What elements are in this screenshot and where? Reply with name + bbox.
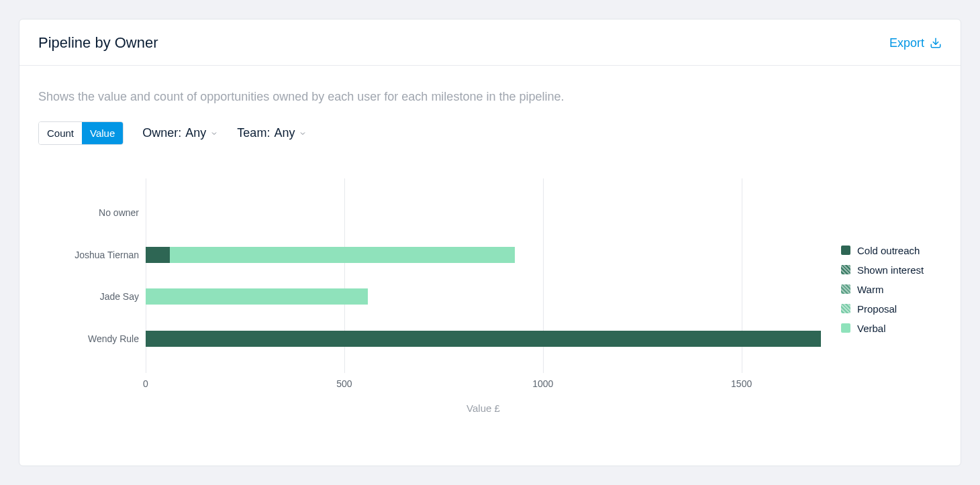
chart-plot-area: No ownerJoshua TiernanJade SayWendy Rule… bbox=[38, 178, 828, 400]
report-description: Shows the value and count of opportuniti… bbox=[38, 90, 942, 104]
legend-label: Proposal bbox=[857, 303, 897, 315]
row-label: Jade Say bbox=[38, 291, 139, 302]
x-tick: 500 bbox=[336, 378, 352, 389]
row-label: Joshua Tiernan bbox=[38, 250, 139, 260]
legend-label: Cold outreach bbox=[857, 245, 920, 256]
x-tick: 0 bbox=[143, 378, 148, 389]
bar-stack bbox=[146, 288, 821, 305]
team-filter-value: Any bbox=[274, 126, 295, 140]
legend-label: Verbal bbox=[857, 323, 886, 334]
legend-swatch bbox=[841, 304, 850, 313]
chart-row: Jade Say bbox=[146, 288, 821, 305]
chart-legend: Cold outreachShown interestWarmProposalV… bbox=[828, 178, 942, 400]
legend-swatch bbox=[841, 265, 850, 274]
chevron-down-icon bbox=[210, 129, 218, 138]
chart-row: Joshua Tiernan bbox=[146, 247, 821, 263]
owner-filter-value: Any bbox=[185, 126, 206, 140]
legend-item[interactable]: Proposal bbox=[841, 303, 942, 315]
bar-stack bbox=[146, 331, 821, 347]
bar-segment[interactable] bbox=[146, 331, 821, 347]
export-label: Export bbox=[889, 36, 924, 50]
metric-toggle: Count Value bbox=[38, 121, 124, 145]
bar-segment[interactable] bbox=[170, 247, 516, 263]
report-card: Pipeline by Owner Export Shows the value… bbox=[19, 19, 961, 466]
legend-swatch bbox=[841, 284, 850, 294]
legend-swatch bbox=[841, 246, 850, 255]
legend-item[interactable]: Shown interest bbox=[841, 264, 942, 276]
bar-stack bbox=[146, 247, 821, 263]
owner-filter-dropdown[interactable]: Any bbox=[185, 126, 218, 140]
toggle-count[interactable]: Count bbox=[39, 122, 82, 144]
legend-item[interactable]: Cold outreach bbox=[841, 245, 942, 256]
chart-row: Wendy Rule bbox=[146, 331, 821, 347]
row-label: No owner bbox=[38, 207, 139, 218]
team-filter-dropdown[interactable]: Any bbox=[274, 126, 307, 140]
legend-label: Warm bbox=[857, 284, 883, 295]
chart-row: No owner bbox=[146, 205, 821, 221]
row-label: Wendy Rule bbox=[38, 333, 139, 344]
toggle-value[interactable]: Value bbox=[82, 122, 123, 144]
legend-item[interactable]: Warm bbox=[841, 284, 942, 295]
bar-stack bbox=[146, 205, 821, 221]
export-button[interactable]: Export bbox=[889, 36, 942, 50]
legend-label: Shown interest bbox=[857, 264, 924, 276]
legend-item[interactable]: Verbal bbox=[841, 323, 942, 334]
card-title: Pipeline by Owner bbox=[38, 34, 158, 52]
owner-filter: Owner: Any bbox=[142, 126, 218, 140]
controls-row: Count Value Owner: Any Team: Any bbox=[38, 121, 942, 145]
owner-filter-label: Owner: bbox=[142, 126, 181, 140]
chart: No ownerJoshua TiernanJade SayWendy Rule… bbox=[38, 178, 942, 400]
x-axis-label: Value £ bbox=[467, 402, 500, 414]
x-tick: 1000 bbox=[532, 378, 553, 389]
bar-segment[interactable] bbox=[146, 247, 170, 263]
team-filter-label: Team: bbox=[237, 126, 270, 140]
download-icon bbox=[930, 37, 942, 49]
team-filter: Team: Any bbox=[237, 126, 307, 140]
legend-swatch bbox=[841, 323, 850, 333]
bar-segment[interactable] bbox=[146, 288, 368, 305]
chevron-down-icon bbox=[299, 129, 307, 138]
x-tick: 1500 bbox=[731, 378, 752, 389]
card-body: Shows the value and count of opportuniti… bbox=[19, 66, 961, 419]
card-header: Pipeline by Owner Export bbox=[19, 19, 961, 66]
